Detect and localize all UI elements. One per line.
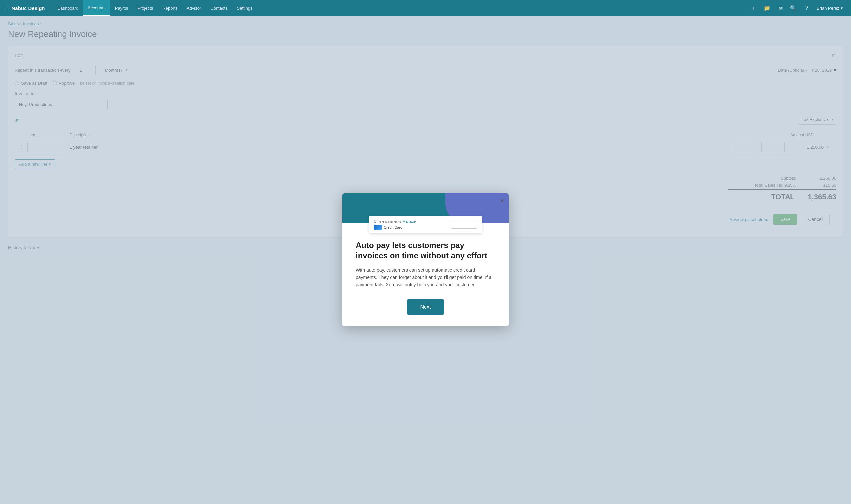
preview-manage-link[interactable]: Manage bbox=[402, 219, 416, 223]
user-name: Brian Perez bbox=[817, 6, 839, 11]
modal-description: With auto pay, customers can set up auto… bbox=[356, 266, 495, 289]
modal-preview-card: Online payments Manage Credit Card bbox=[369, 216, 482, 233]
nav-accounts[interactable]: Accounts bbox=[83, 0, 110, 16]
menu-icon: ≡ bbox=[5, 5, 9, 12]
user-dropdown-icon: ▾ bbox=[841, 6, 843, 11]
help-icon[interactable]: ? bbox=[801, 2, 813, 14]
modal-header: Online payments Manage Credit Card × bbox=[342, 194, 509, 223]
nav-settings[interactable]: Settings bbox=[232, 0, 257, 16]
nav-dashboard[interactable]: Dashboard bbox=[53, 0, 84, 16]
modal-body: Auto pay lets customers pay invoices on … bbox=[342, 223, 509, 326]
top-navigation: ≡ Nabuc Design Dashboard Accounts Payrol… bbox=[0, 0, 851, 16]
add-icon[interactable]: ＋ bbox=[748, 2, 760, 14]
search-icon[interactable]: 🔍 bbox=[787, 2, 799, 14]
nav-advisor[interactable]: Advisor bbox=[182, 0, 206, 16]
preview-input-field bbox=[451, 221, 477, 229]
user-menu[interactable]: Brian Perez ▾ bbox=[814, 6, 846, 11]
mail-icon[interactable]: ✉ bbox=[774, 2, 786, 14]
company-name: Nabuc Design bbox=[12, 5, 45, 11]
nav-right-icons: ＋ 📁 ✉ 🔍 ? Brian Perez ▾ bbox=[748, 2, 846, 14]
credit-card-label: Credit Card bbox=[384, 226, 402, 229]
next-button[interactable]: Next bbox=[407, 299, 445, 314]
nav-contacts[interactable]: Contacts bbox=[206, 0, 232, 16]
app-logo[interactable]: ≡ Nabuc Design bbox=[5, 5, 45, 12]
page-wrapper: Sales › Invoices › New Repeating Invoice… bbox=[0, 16, 851, 504]
nav-projects[interactable]: Projects bbox=[133, 0, 158, 16]
preview-credit-card: Credit Card bbox=[374, 225, 416, 230]
preview-online-label: Online payments Manage bbox=[374, 219, 416, 223]
preview-online-section: Online payments Manage Credit Card bbox=[374, 219, 416, 230]
folder-icon[interactable]: 📁 bbox=[761, 2, 773, 14]
modal-title: Auto pay lets customers pay invoices on … bbox=[356, 240, 495, 260]
nav-reports[interactable]: Reports bbox=[158, 0, 182, 16]
nav-payroll[interactable]: Payroll bbox=[110, 0, 133, 16]
credit-card-icon bbox=[374, 225, 382, 230]
auto-pay-modal: Online payments Manage Credit Card × Aut… bbox=[342, 194, 509, 326]
modal-overlay: Online payments Manage Credit Card × Aut… bbox=[0, 16, 851, 504]
modal-close-button[interactable]: × bbox=[500, 197, 504, 204]
nav-links: Dashboard Accounts Payroll Projects Repo… bbox=[53, 0, 748, 16]
